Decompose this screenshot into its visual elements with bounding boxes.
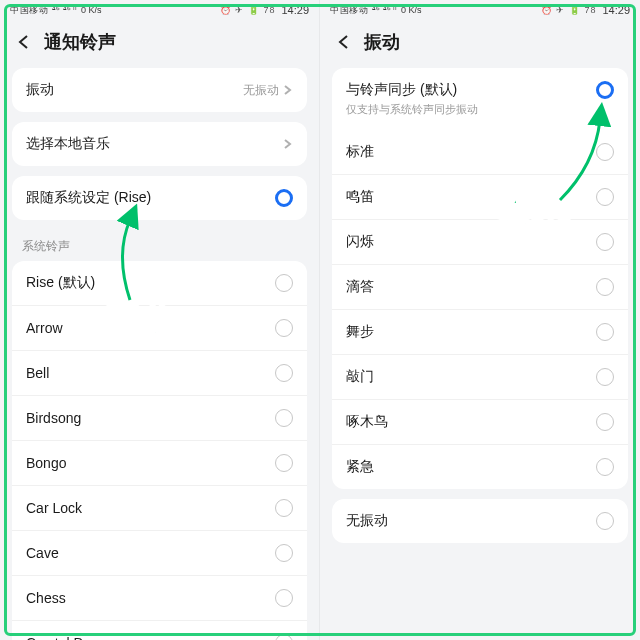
row-label: 标准 — [346, 143, 596, 161]
row-label: 舞步 — [346, 323, 596, 341]
back-button[interactable] — [14, 32, 34, 52]
row-label: 敲门 — [346, 368, 596, 386]
row-label: 振动 — [26, 81, 243, 99]
carrier-label: 中国移动 — [330, 4, 368, 17]
header: 通知铃声 — [0, 20, 319, 68]
row-label: Arrow — [26, 320, 275, 336]
card-sync-with-ringtone: 与铃声同步 (默认) 仅支持与系统铃声同步振动 标准鸣笛闪烁滴答舞步敲门啄木鸟紧… — [332, 68, 628, 489]
list-item[interactable]: 啄木鸟 — [332, 399, 628, 444]
list-item[interactable]: 紧急 — [332, 444, 628, 489]
radio-unselected-icon — [275, 409, 293, 427]
row-vibrate[interactable]: 振动 无振动 — [12, 68, 307, 112]
list-item[interactable]: Chess — [12, 575, 307, 620]
page-title: 通知铃声 — [44, 30, 116, 54]
radio-unselected-icon — [596, 323, 614, 341]
status-bar: 中国移动 ⁴⁶ ⁴⁶ ᴵᴵ 0 K/s ⏰ ✈ 🔋 78 14:29 — [0, 0, 319, 20]
row-local-music[interactable]: 选择本地音乐 — [12, 122, 307, 166]
radio-unselected-icon — [596, 278, 614, 296]
chevron-right-icon — [283, 136, 293, 152]
vibration-pattern-list: 标准鸣笛闪烁滴答舞步敲门啄木鸟紧急 — [332, 130, 628, 489]
list-item[interactable]: 滴答 — [332, 264, 628, 309]
list-item[interactable]: 闪烁 — [332, 219, 628, 264]
row-label: Rise (默认) — [26, 274, 275, 292]
card-follow-system: 跟随系统设定 (Rise) — [12, 176, 307, 220]
row-label: Bell — [26, 365, 275, 381]
row-label: Car Lock — [26, 500, 275, 516]
list-item[interactable]: 标准 — [332, 130, 628, 174]
list-item[interactable]: 敲门 — [332, 354, 628, 399]
status-icons: ⏰ ✈ 🔋 78 — [220, 5, 276, 15]
row-label: Birdsong — [26, 410, 275, 426]
list-item[interactable]: 鸣笛 — [332, 174, 628, 219]
radio-unselected-icon — [596, 368, 614, 386]
clock: 14:29 — [281, 4, 309, 16]
phone-vibration: 中国移动 ⁴⁶ ⁴⁶ ᴵᴵ 0 K/s ⏰ ✈ 🔋 78 14:29 振动 与铃… — [320, 0, 640, 640]
signal-icon: ⁴⁶ ⁴⁶ ᴵᴵ — [372, 5, 397, 15]
section-system-ringtones: 系统铃声 — [0, 230, 319, 261]
row-label: 无振动 — [346, 512, 596, 530]
radio-unselected-icon — [275, 634, 293, 640]
radio-unselected-icon — [275, 364, 293, 382]
radio-unselected-icon — [275, 499, 293, 517]
list-item[interactable]: Arrow — [12, 305, 307, 350]
radio-unselected-icon — [596, 143, 614, 161]
back-button[interactable] — [334, 32, 354, 52]
net-rate: 0 K/s — [81, 5, 102, 15]
row-label: Bongo — [26, 455, 275, 471]
radio-unselected-icon — [275, 274, 293, 292]
row-label: 啄木鸟 — [346, 413, 596, 431]
row-label: 与铃声同步 (默认) — [346, 81, 596, 99]
list-item[interactable]: Birdsong — [12, 395, 307, 440]
list-item[interactable]: Bell — [12, 350, 307, 395]
back-arrow-icon — [16, 34, 32, 50]
radio-unselected-icon — [275, 589, 293, 607]
carrier-label: 中国移动 — [10, 4, 48, 17]
card-vibrate: 振动 无振动 — [12, 68, 307, 112]
radio-unselected-icon — [596, 413, 614, 431]
row-label: 滴答 — [346, 278, 596, 296]
chevron-right-icon — [283, 82, 293, 98]
radio-selected-icon — [275, 189, 293, 207]
radio-unselected-icon — [596, 233, 614, 251]
radio-selected-icon — [596, 81, 614, 99]
radio-unselected-icon — [596, 512, 614, 530]
radio-unselected-icon — [275, 319, 293, 337]
list-item[interactable]: Cave — [12, 530, 307, 575]
row-follow-system[interactable]: 跟随系统设定 (Rise) — [12, 176, 307, 220]
row-label: 选择本地音乐 — [26, 135, 283, 153]
list-item[interactable]: Rise (默认) — [12, 261, 307, 305]
card-no-vibration: 无振动 — [332, 499, 628, 543]
card-local-music: 选择本地音乐 — [12, 122, 307, 166]
back-arrow-icon — [336, 34, 352, 50]
net-rate: 0 K/s — [401, 5, 422, 15]
radio-unselected-icon — [275, 544, 293, 562]
radio-unselected-icon — [596, 458, 614, 476]
radio-unselected-icon — [275, 454, 293, 472]
row-label: 鸣笛 — [346, 188, 596, 206]
card-ringtone-list: Rise (默认)ArrowBellBirdsongBongoCar LockC… — [12, 261, 307, 640]
status-bar: 中国移动 ⁴⁶ ⁴⁶ ᴵᴵ 0 K/s ⏰ ✈ 🔋 78 14:29 — [320, 0, 640, 20]
phone-notification-ringtone: 中国移动 ⁴⁶ ⁴⁶ ᴵᴵ 0 K/s ⏰ ✈ 🔋 78 14:29 通知铃声 … — [0, 0, 320, 640]
row-label: Chess — [26, 590, 275, 606]
clock: 14:29 — [602, 4, 630, 16]
status-icons: ⏰ ✈ 🔋 78 — [541, 5, 597, 15]
row-no-vibration[interactable]: 无振动 — [332, 499, 628, 543]
row-value: 无振动 — [243, 82, 279, 99]
list-item[interactable]: Car Lock — [12, 485, 307, 530]
list-item[interactable]: 舞步 — [332, 309, 628, 354]
radio-unselected-icon — [596, 188, 614, 206]
row-label: Cave — [26, 545, 275, 561]
header: 振动 — [320, 20, 640, 68]
row-label: 闪烁 — [346, 233, 596, 251]
page-title: 振动 — [364, 30, 400, 54]
row-sublabel: 仅支持与系统铃声同步振动 — [346, 102, 614, 117]
list-item[interactable]: Bongo — [12, 440, 307, 485]
row-label: 跟随系统设定 (Rise) — [26, 189, 275, 207]
list-item[interactable]: Crystal Drop — [12, 620, 307, 640]
row-label: 紧急 — [346, 458, 596, 476]
row-sync-default[interactable]: 与铃声同步 (默认) 仅支持与系统铃声同步振动 — [332, 68, 628, 130]
row-label: Crystal Drop — [26, 635, 275, 640]
signal-icon: ⁴⁶ ⁴⁶ ᴵᴵ — [52, 5, 77, 15]
